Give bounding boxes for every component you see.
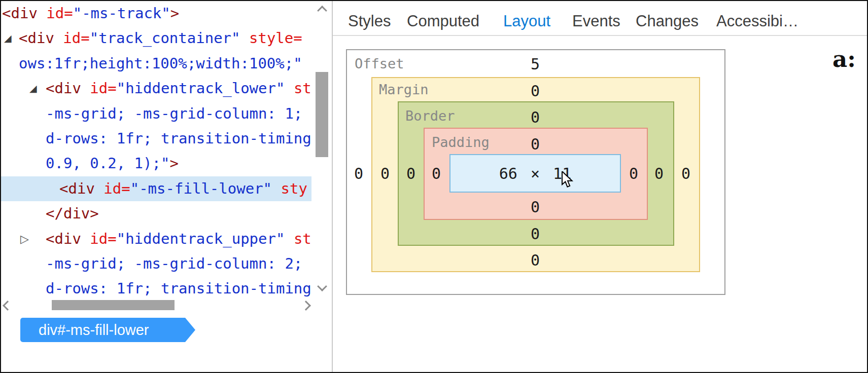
vertical-scrollbar[interactable] <box>311 1 332 298</box>
collapse-arrow-icon[interactable]: ◢ <box>4 26 12 51</box>
vertical-scrollbar-thumb[interactable] <box>316 72 328 157</box>
dom-tree-line[interactable]: ◢<div id="track_container" style= <box>1 26 311 51</box>
border-bottom-value: 0 <box>531 225 540 243</box>
offset-left-value: 0 <box>354 165 363 182</box>
dom-tree-line[interactable]: d-rows: 1fr; transition-timing <box>1 126 311 151</box>
dom-tree-line-text: <div id="-ms-track"> <box>1 1 179 26</box>
padding-label: Padding <box>432 134 490 150</box>
tab-accessibi[interactable]: Accessibi… <box>716 12 798 30</box>
dom-tree-line-selected[interactable]: <div id="-ms-fill-lower" sty <box>1 176 311 201</box>
inspector-pane: StylesComputedLayoutEventsChangesAccessi… <box>333 1 867 372</box>
horizontal-scrollbar[interactable] <box>1 298 311 312</box>
border-right-value: 0 <box>654 165 664 182</box>
dom-tree-line[interactable]: ows:1fr;height:100%;width:100%;" <box>1 51 311 76</box>
padding-left-value: 0 <box>432 165 441 182</box>
padding-bottom-value: 0 <box>531 198 540 216</box>
tab-changes[interactable]: Changes <box>636 12 699 30</box>
margin-right-value: 0 <box>681 165 690 182</box>
dom-tree-line[interactable]: -ms-grid; -ms-grid-column: 2; <box>1 251 311 276</box>
padding-right-value: 0 <box>629 165 638 182</box>
dom-tree-line[interactable]: -ms-grid; -ms-grid-column: 1; <box>1 101 311 126</box>
dom-tree-line-text: <div id="-ms-fill-lower" sty <box>1 176 307 201</box>
dom-tree-line[interactable]: ▷<div id="hiddentrack_upper" st <box>1 227 311 251</box>
scroll-down-icon[interactable] <box>317 281 327 291</box>
tab-layout[interactable]: Layout <box>503 12 550 30</box>
dom-tree-line-text: d-rows: 1fr; transition-timing <box>1 126 311 151</box>
offset-label: Offset <box>355 56 404 71</box>
dom-tree-line[interactable]: </div> <box>1 201 311 226</box>
scroll-right-icon[interactable] <box>301 301 311 311</box>
dom-tree-line-text: <div id="hiddentrack_lower" st <box>1 76 311 101</box>
dom-tree-line-text: <div id="track_container" style= <box>1 26 302 51</box>
dom-tree-line[interactable]: ◢<div id="hiddentrack_lower" st <box>1 76 311 101</box>
dom-tree-line-text: <div id="hiddentrack_upper" st <box>1 227 311 251</box>
padding-top-value: 0 <box>531 135 540 153</box>
dom-tree-line-text: -ms-grid; -ms-grid-column: 1; <box>1 101 302 126</box>
margin-left-value: 0 <box>380 165 390 182</box>
dom-tree-line-text: d-rows: 1fr; transition-timing <box>1 276 311 298</box>
border-left-value: 0 <box>406 165 415 182</box>
horizontal-scrollbar-thumb[interactable] <box>52 300 175 310</box>
tab-bar: StylesComputedLayoutEventsChangesAccessi… <box>333 1 867 36</box>
dom-tree-line-text: ows:1fr;height:100%;width:100%;" <box>1 51 302 76</box>
collapse-arrow-icon[interactable]: ◢ <box>29 76 37 101</box>
content-size-value: 66 × 11 <box>499 165 571 182</box>
dom-tree-line[interactable]: <div id="-ms-track"> <box>1 1 311 26</box>
margin-top-value: 0 <box>531 82 540 100</box>
scroll-up-icon[interactable] <box>317 6 327 16</box>
tab-styles[interactable]: Styles <box>348 12 391 30</box>
offset-top-value: 5 <box>531 55 540 73</box>
dom-tree-line-text: </div> <box>1 201 99 226</box>
mouse-cursor-icon <box>561 171 574 189</box>
devtools-window: <div id="-ms-track">◢<div id="track_cont… <box>0 0 868 373</box>
selected-element-breadcrumb[interactable]: div#-ms-fill-lower <box>20 318 195 342</box>
tab-computed[interactable]: Computed <box>407 12 479 30</box>
dom-tree-line-text: 0.9, 0.2, 1);"> <box>1 151 179 176</box>
margin-bottom-value: 0 <box>531 251 540 269</box>
dom-tree-line[interactable]: d-rows: 1fr; transition-timing <box>1 276 311 298</box>
scroll-left-icon[interactable] <box>3 301 13 311</box>
dom-tree-line-text: -ms-grid; -ms-grid-column: 2; <box>1 251 302 276</box>
dom-tree-line[interactable]: 0.9, 0.2, 1);"> <box>1 151 311 176</box>
tab-events[interactable]: Events <box>572 12 620 30</box>
overlay-text: a: <box>832 46 856 72</box>
dom-tree[interactable]: <div id="-ms-track">◢<div id="track_cont… <box>1 1 311 298</box>
border-top-value: 0 <box>531 108 540 126</box>
border-label: Border <box>405 108 455 124</box>
expand-arrow-icon[interactable]: ▷ <box>20 227 29 251</box>
dom-explorer-pane: <div id="-ms-track">◢<div id="track_cont… <box>1 1 332 372</box>
margin-label: Margin <box>379 82 429 97</box>
